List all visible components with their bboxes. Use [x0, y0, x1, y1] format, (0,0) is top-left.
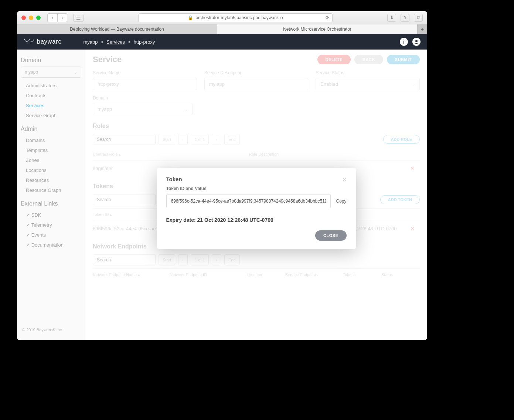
- pager-end[interactable]: End: [224, 134, 240, 145]
- page-header-buttons: DELETE BACK SUBMIT: [317, 55, 420, 64]
- toolbar-icons: ⬇ ⇧ ⧉: [387, 14, 423, 22]
- share-icon[interactable]: ⇧: [401, 14, 409, 22]
- sidebar-item-documentation[interactable]: ↗ Documentation: [21, 240, 81, 250]
- sidebar-toggle-icon[interactable]: ☰: [73, 14, 84, 22]
- roles-toolbar: Start ‹ 1 of 1 › End ADD ROLE: [93, 134, 420, 145]
- browser-window: ‹ › ☰ 🔒 orchestrator-myfab5.parisinc.poc…: [17, 11, 427, 340]
- app-header: bayware myapp > Services > http-proxy i: [17, 34, 427, 50]
- sidebar-item-services[interactable]: Services: [21, 101, 81, 111]
- roles-search[interactable]: [93, 134, 156, 145]
- sidebar-item-events[interactable]: ↗ Events: [21, 230, 81, 240]
- form-row-2: Domain myapp ⌄: [93, 95, 420, 115]
- delete-button[interactable]: DELETE: [317, 55, 351, 64]
- tab-orchestrator[interactable]: Network Microservice Orchestrator: [217, 24, 418, 34]
- th-role-desc[interactable]: Role Description: [249, 152, 405, 157]
- back-icon[interactable]: ‹: [48, 14, 57, 22]
- th-contract-role[interactable]: Contract Role ▴: [93, 152, 249, 157]
- close-button[interactable]: CLOSE: [315, 230, 346, 241]
- close-window-icon[interactable]: [21, 16, 26, 20]
- sidebar-item-templates[interactable]: Templates: [21, 145, 81, 155]
- add-tab-icon[interactable]: +: [418, 24, 427, 34]
- pager-start[interactable]: Start: [159, 254, 175, 265]
- domain-select[interactable]: myapp ⌄: [21, 67, 81, 78]
- pager-end[interactable]: End: [224, 254, 240, 265]
- delete-token-icon[interactable]: ✕: [405, 226, 420, 231]
- sidebar-item-service-graph[interactable]: Service Graph: [21, 111, 81, 121]
- add-role-button[interactable]: ADD ROLE: [383, 135, 420, 144]
- endpoints-thead: Network Endpoint Name ▴ Network Endpoint…: [93, 268, 420, 281]
- add-token-button[interactable]: ADD TOKEN: [380, 195, 420, 204]
- address-bar[interactable]: 🔒 orchestrator-myfab5.parisinc.poc.baywa…: [138, 13, 333, 22]
- form-row-1: Service Name Service Description Service…: [93, 70, 420, 90]
- reload-icon[interactable]: ⟳: [326, 15, 329, 20]
- tokens-search[interactable]: [93, 194, 156, 205]
- pager-start[interactable]: Start: [159, 134, 175, 145]
- token-value-input[interactable]: [166, 194, 331, 208]
- info-icon[interactable]: i: [400, 38, 408, 46]
- field-domain: Domain myapp ⌄: [93, 95, 193, 115]
- select-service-status[interactable]: Enabled ⌄: [316, 78, 420, 90]
- field-service-desc: Service Description: [204, 70, 309, 90]
- field-service-status: Service Status Enabled ⌄: [316, 70, 420, 90]
- token-row: Copy: [166, 194, 347, 208]
- pager-page: 1 of 1: [191, 134, 209, 145]
- maximize-window-icon[interactable]: [36, 16, 41, 20]
- th-ne-id[interactable]: Network Endpoint ID: [170, 272, 246, 277]
- delete-role-icon[interactable]: ✕: [405, 165, 420, 171]
- sidebar-section-external: External Links: [21, 200, 81, 207]
- logo: bayware: [24, 38, 62, 45]
- th-ne-name[interactable]: Network Endpoint Name ▴: [93, 272, 170, 277]
- header-right: i: [400, 38, 421, 46]
- endpoints-search[interactable]: [93, 254, 156, 265]
- pager-next[interactable]: ›: [212, 254, 221, 265]
- sidebar-item-resources[interactable]: Resources: [21, 175, 81, 185]
- close-icon[interactable]: ×: [343, 176, 347, 184]
- pager-next[interactable]: ›: [212, 134, 221, 145]
- input-service-desc[interactable]: [204, 78, 309, 90]
- roles-thead: Contract Role ▴ Role Description: [93, 148, 420, 160]
- th-ne-tokens[interactable]: Tokens: [343, 272, 381, 277]
- input-service-name[interactable]: [93, 78, 197, 90]
- sidebar-item-telemetry[interactable]: ↗ Telemetry: [21, 220, 81, 230]
- tabs-icon[interactable]: ⧉: [414, 14, 423, 22]
- section-roles-title: Roles: [93, 123, 420, 129]
- traffic-lights: [21, 16, 41, 20]
- label-service-name: Service Name: [93, 70, 197, 75]
- select-domain[interactable]: myapp ⌄: [93, 103, 193, 115]
- user-icon[interactable]: [412, 38, 421, 46]
- forward-icon[interactable]: ›: [57, 14, 67, 22]
- copy-button[interactable]: Copy: [336, 199, 346, 204]
- breadcrumb-sep: >: [101, 39, 104, 45]
- titlebar: ‹ › ☰ 🔒 orchestrator-myfab5.parisinc.poc…: [17, 11, 427, 24]
- chevron-down-icon: ⌄: [412, 82, 415, 86]
- sidebar-item-contracts[interactable]: Contracts: [21, 91, 81, 101]
- pager-prev[interactable]: ‹: [178, 254, 188, 265]
- th-ne-status[interactable]: Status: [381, 272, 420, 277]
- sidebar-item-sdk[interactable]: ↗ SDK: [21, 210, 81, 220]
- tab-docs[interactable]: Deploying Workload — Bayware documentati…: [17, 24, 217, 34]
- submit-button[interactable]: SUBMIT: [387, 55, 420, 64]
- label-service-desc: Service Description: [204, 70, 309, 75]
- back-button[interactable]: BACK: [354, 55, 383, 64]
- page-title: Service: [93, 55, 122, 64]
- breadcrumb-services[interactable]: Services: [106, 39, 125, 45]
- sidebar-item-administrators[interactable]: Administrators: [21, 81, 81, 91]
- download-icon[interactable]: ⬇: [387, 14, 396, 22]
- tabstrip: Deploying Workload — Bayware documentati…: [17, 24, 427, 34]
- domain-value: myapp: [98, 106, 112, 112]
- minimize-window-icon[interactable]: [29, 16, 33, 20]
- breadcrumb-current: http-proxy: [134, 39, 155, 45]
- sidebar-item-locations[interactable]: Locations: [21, 165, 81, 175]
- sidebar-item-zones[interactable]: Zones: [21, 155, 81, 165]
- sidebar-item-domains[interactable]: Domains: [21, 135, 81, 145]
- th-ne-location[interactable]: Location: [246, 272, 285, 277]
- endpoints-toolbar: Start ‹ 1 of 1 › End: [93, 254, 420, 265]
- token-modal: × Token Token ID and Value Copy Expiry d…: [157, 168, 356, 249]
- nav-arrows: ‹ ›: [47, 13, 67, 22]
- breadcrumb-domain[interactable]: myapp: [83, 39, 98, 45]
- modal-title: Token: [166, 176, 347, 182]
- breadcrumb-sep: >: [128, 39, 131, 45]
- sidebar-item-resource-graph[interactable]: Resource Graph: [21, 185, 81, 195]
- pager-prev[interactable]: ‹: [178, 134, 188, 145]
- th-ne-svc[interactable]: Service Endpoints: [285, 272, 343, 277]
